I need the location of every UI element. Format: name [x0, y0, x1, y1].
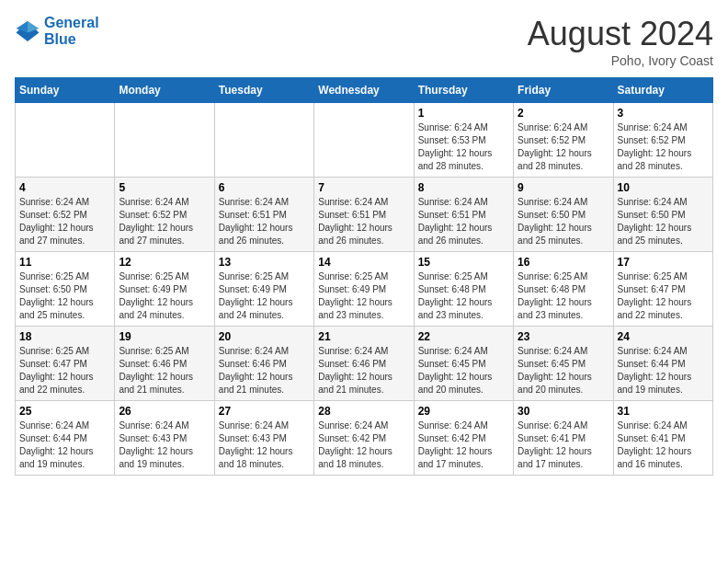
title-block: August 2024 Poho, Ivory Coast	[528, 15, 713, 68]
calendar-cell: 12Sunrise: 6:25 AM Sunset: 6:49 PM Dayli…	[115, 252, 214, 327]
calendar-subtitle: Poho, Ivory Coast	[528, 53, 713, 68]
day-number: 16	[518, 256, 609, 269]
day-info: Sunrise: 6:24 AM Sunset: 6:43 PM Dayligh…	[119, 419, 210, 471]
calendar-week-row: 25Sunrise: 6:24 AM Sunset: 6:44 PM Dayli…	[16, 401, 713, 476]
day-info: Sunrise: 6:24 AM Sunset: 6:45 PM Dayligh…	[418, 345, 509, 396]
calendar-cell: 4Sunrise: 6:24 AM Sunset: 6:52 PM Daylig…	[16, 178, 115, 252]
day-info: Sunrise: 6:25 AM Sunset: 6:48 PM Dayligh…	[418, 270, 509, 322]
day-info: Sunrise: 6:24 AM Sunset: 6:51 PM Dayligh…	[318, 196, 409, 247]
day-header-thursday: Thursday	[414, 78, 513, 103]
day-number: 3	[618, 107, 709, 120]
calendar-cell	[115, 103, 214, 178]
day-header-saturday: Saturday	[613, 78, 712, 103]
day-number: 1	[418, 107, 509, 120]
calendar-cell: 30Sunrise: 6:24 AM Sunset: 6:41 PM Dayli…	[514, 401, 613, 476]
day-number: 12	[119, 256, 210, 269]
day-number: 23	[518, 330, 609, 343]
day-info: Sunrise: 6:24 AM Sunset: 6:46 PM Dayligh…	[318, 345, 409, 396]
calendar-week-row: 18Sunrise: 6:25 AM Sunset: 6:47 PM Dayli…	[16, 327, 713, 401]
day-info: Sunrise: 6:24 AM Sunset: 6:51 PM Dayligh…	[418, 196, 509, 247]
day-number: 19	[119, 330, 210, 343]
calendar-cell: 27Sunrise: 6:24 AM Sunset: 6:43 PM Dayli…	[214, 401, 313, 476]
calendar-cell: 11Sunrise: 6:25 AM Sunset: 6:50 PM Dayli…	[16, 252, 115, 327]
day-header-sunday: Sunday	[16, 78, 115, 103]
day-number: 7	[318, 181, 409, 194]
day-info: Sunrise: 6:24 AM Sunset: 6:46 PM Dayligh…	[219, 345, 310, 396]
day-info: Sunrise: 6:25 AM Sunset: 6:49 PM Dayligh…	[219, 270, 310, 322]
day-number: 15	[418, 256, 509, 269]
calendar-cell: 21Sunrise: 6:24 AM Sunset: 6:46 PM Dayli…	[314, 327, 414, 401]
day-info: Sunrise: 6:25 AM Sunset: 6:48 PM Dayligh…	[518, 270, 609, 322]
calendar-cell: 15Sunrise: 6:25 AM Sunset: 6:48 PM Dayli…	[414, 252, 513, 327]
calendar-cell: 7Sunrise: 6:24 AM Sunset: 6:51 PM Daylig…	[314, 178, 414, 252]
day-number: 28	[318, 405, 409, 418]
calendar-cell: 5Sunrise: 6:24 AM Sunset: 6:52 PM Daylig…	[115, 178, 214, 252]
day-info: Sunrise: 6:25 AM Sunset: 6:47 PM Dayligh…	[618, 270, 709, 322]
day-number: 24	[618, 330, 709, 343]
day-info: Sunrise: 6:24 AM Sunset: 6:41 PM Dayligh…	[518, 419, 609, 471]
day-number: 20	[219, 330, 310, 343]
day-info: Sunrise: 6:25 AM Sunset: 6:49 PM Dayligh…	[318, 270, 409, 322]
calendar-header-row: SundayMondayTuesdayWednesdayThursdayFrid…	[16, 78, 713, 103]
day-number: 10	[618, 181, 709, 194]
calendar-week-row: 11Sunrise: 6:25 AM Sunset: 6:50 PM Dayli…	[16, 252, 713, 327]
day-number: 25	[19, 405, 110, 418]
calendar-cell: 23Sunrise: 6:24 AM Sunset: 6:45 PM Dayli…	[514, 327, 613, 401]
calendar-cell: 13Sunrise: 6:25 AM Sunset: 6:49 PM Dayli…	[214, 252, 313, 327]
calendar-cell: 14Sunrise: 6:25 AM Sunset: 6:49 PM Dayli…	[314, 252, 414, 327]
calendar-table: SundayMondayTuesdayWednesdayThursdayFrid…	[15, 77, 713, 476]
day-info: Sunrise: 6:24 AM Sunset: 6:51 PM Dayligh…	[219, 196, 310, 247]
day-info: Sunrise: 6:24 AM Sunset: 6:52 PM Dayligh…	[518, 121, 609, 173]
day-info: Sunrise: 6:24 AM Sunset: 6:43 PM Dayligh…	[219, 419, 310, 471]
logo: General Blue	[15, 15, 99, 48]
day-info: Sunrise: 6:25 AM Sunset: 6:46 PM Dayligh…	[119, 345, 210, 396]
day-info: Sunrise: 6:24 AM Sunset: 6:44 PM Dayligh…	[618, 345, 709, 396]
calendar-cell: 25Sunrise: 6:24 AM Sunset: 6:44 PM Dayli…	[16, 401, 115, 476]
calendar-cell: 10Sunrise: 6:24 AM Sunset: 6:50 PM Dayli…	[613, 178, 712, 252]
calendar-cell: 24Sunrise: 6:24 AM Sunset: 6:44 PM Dayli…	[613, 327, 712, 401]
calendar-cell	[16, 103, 115, 178]
calendar-week-row: 4Sunrise: 6:24 AM Sunset: 6:52 PM Daylig…	[16, 178, 713, 252]
calendar-cell: 9Sunrise: 6:24 AM Sunset: 6:50 PM Daylig…	[514, 178, 613, 252]
calendar-cell: 28Sunrise: 6:24 AM Sunset: 6:42 PM Dayli…	[314, 401, 414, 476]
calendar-cell: 19Sunrise: 6:25 AM Sunset: 6:46 PM Dayli…	[115, 327, 214, 401]
day-number: 18	[19, 330, 110, 343]
day-info: Sunrise: 6:25 AM Sunset: 6:50 PM Dayligh…	[19, 270, 110, 322]
calendar-cell: 3Sunrise: 6:24 AM Sunset: 6:52 PM Daylig…	[613, 103, 712, 178]
calendar-cell: 22Sunrise: 6:24 AM Sunset: 6:45 PM Dayli…	[414, 327, 513, 401]
day-number: 31	[618, 405, 709, 418]
day-header-wednesday: Wednesday	[314, 78, 414, 103]
page-header: General Blue August 2024 Poho, Ivory Coa…	[15, 15, 713, 68]
day-number: 11	[19, 256, 110, 269]
day-info: Sunrise: 6:24 AM Sunset: 6:50 PM Dayligh…	[618, 196, 709, 247]
calendar-cell: 2Sunrise: 6:24 AM Sunset: 6:52 PM Daylig…	[514, 103, 613, 178]
calendar-cell: 17Sunrise: 6:25 AM Sunset: 6:47 PM Dayli…	[613, 252, 712, 327]
logo-text: General Blue	[44, 15, 99, 48]
day-info: Sunrise: 6:24 AM Sunset: 6:52 PM Dayligh…	[119, 196, 210, 247]
day-number: 22	[418, 330, 509, 343]
day-number: 4	[19, 181, 110, 194]
calendar-cell: 16Sunrise: 6:25 AM Sunset: 6:48 PM Dayli…	[514, 252, 613, 327]
calendar-cell: 6Sunrise: 6:24 AM Sunset: 6:51 PM Daylig…	[214, 178, 313, 252]
calendar-week-row: 1Sunrise: 6:24 AM Sunset: 6:53 PM Daylig…	[16, 103, 713, 178]
calendar-cell: 29Sunrise: 6:24 AM Sunset: 6:42 PM Dayli…	[414, 401, 513, 476]
day-info: Sunrise: 6:24 AM Sunset: 6:50 PM Dayligh…	[518, 196, 609, 247]
calendar-cell	[214, 103, 313, 178]
day-info: Sunrise: 6:24 AM Sunset: 6:42 PM Dayligh…	[418, 419, 509, 471]
calendar-cell: 1Sunrise: 6:24 AM Sunset: 6:53 PM Daylig…	[414, 103, 513, 178]
day-number: 2	[518, 107, 609, 120]
day-info: Sunrise: 6:24 AM Sunset: 6:53 PM Dayligh…	[418, 121, 509, 173]
day-number: 29	[418, 405, 509, 418]
day-number: 8	[418, 181, 509, 194]
day-info: Sunrise: 6:25 AM Sunset: 6:47 PM Dayligh…	[19, 345, 110, 396]
day-number: 6	[219, 181, 310, 194]
calendar-title: August 2024	[528, 15, 713, 53]
calendar-cell	[314, 103, 414, 178]
day-header-tuesday: Tuesday	[214, 78, 313, 103]
day-number: 21	[318, 330, 409, 343]
day-number: 26	[119, 405, 210, 418]
day-number: 30	[518, 405, 609, 418]
day-header-friday: Friday	[514, 78, 613, 103]
logo-icon	[15, 18, 40, 44]
day-info: Sunrise: 6:24 AM Sunset: 6:52 PM Dayligh…	[618, 121, 709, 173]
